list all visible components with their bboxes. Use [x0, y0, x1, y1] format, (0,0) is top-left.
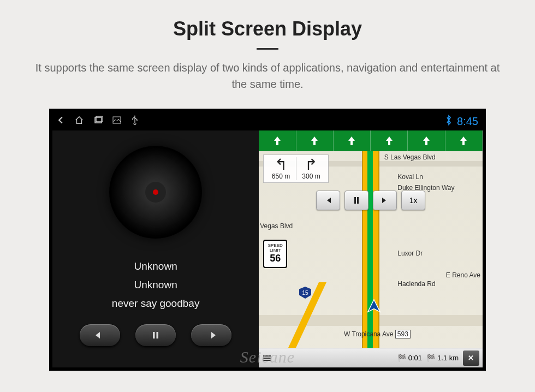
street-label: Koval Ln [397, 173, 423, 181]
street-label: E Reno Ave [446, 271, 480, 279]
nav-speed-button[interactable]: 1x [401, 191, 425, 210]
turn-panel: ↰ 650 m ↱ 300 m [263, 155, 329, 183]
nav-menu-button[interactable] [262, 353, 272, 363]
svg-rect-9 [263, 360, 271, 361]
track-info: Unknown Unknown never say goodbay [112, 257, 200, 313]
nav-prev-button[interactable] [316, 191, 340, 210]
street-label: S Las Vegas Blvd [384, 153, 436, 161]
flag-icon: 🏁 [426, 354, 435, 362]
svg-rect-4 [157, 332, 159, 338]
recent-apps-icon[interactable] [94, 116, 103, 127]
lane-arrow-icon [408, 130, 445, 151]
nav-bottom-bar: 🏁 0:01 🏁 1.1 km ✕ [259, 348, 483, 367]
music-artist: Unknown [112, 257, 200, 276]
nav-sim-controls: 1x [316, 191, 425, 210]
music-next-button[interactable] [191, 324, 231, 346]
turn-left-icon: ↰ [275, 157, 287, 173]
lane-guidance-bar [259, 130, 483, 151]
lane-arrow-icon [259, 130, 296, 151]
turn-right-icon: ↱ [305, 157, 317, 173]
lane-arrow-icon [296, 130, 334, 151]
turn1-distance: 650 m [272, 173, 290, 180]
bluetooth-icon [445, 115, 453, 128]
street-label: Vegas Blvd [260, 222, 293, 230]
nav-remaining-dist: 1.1 km [437, 354, 459, 362]
page-description: It supports the same screen display of t… [33, 60, 502, 92]
title-underline [257, 48, 278, 50]
page-title: Split Screen Display [0, 0, 535, 40]
turn2-distance: 300 m [302, 173, 320, 180]
home-icon[interactable] [74, 115, 84, 127]
picture-icon[interactable] [112, 116, 121, 127]
vehicle-marker-icon [366, 298, 382, 317]
svg-rect-8 [263, 358, 271, 359]
nav-close-button[interactable]: ✕ [463, 351, 479, 366]
interstate-shield: 15 [299, 287, 311, 299]
street-label: Luxor Dr [397, 250, 423, 257]
status-clock: 8:45 [457, 115, 478, 128]
svg-rect-7 [263, 355, 271, 357]
nav-next-button[interactable] [373, 191, 397, 210]
usb-icon[interactable] [131, 115, 139, 127]
lane-arrow-icon [334, 130, 371, 151]
back-icon[interactable] [57, 116, 64, 126]
flag-icon: 🏁 [397, 354, 406, 362]
street-label: W Tropicana Ave 593 [344, 330, 411, 338]
lane-arrow-icon [371, 130, 408, 151]
music-pane: Unknown Unknown never say goodbay [52, 130, 259, 367]
music-pause-button[interactable] [135, 324, 176, 346]
music-track: never say goodbay [112, 294, 200, 313]
status-bar: 8:45 [52, 112, 483, 130]
svg-rect-6 [357, 197, 359, 204]
svg-rect-5 [354, 197, 356, 204]
nav-pause-button[interactable] [344, 191, 368, 210]
nav-eta-time: 0:01 [408, 354, 422, 362]
lane-arrow-icon [445, 130, 483, 151]
music-album: Unknown [112, 276, 200, 294]
street-label: Hacienda Rd [397, 280, 435, 288]
album-disc [109, 146, 202, 239]
speed-limit-sign: SPEED LIMIT 56 [263, 240, 287, 268]
music-prev-button[interactable] [80, 324, 120, 346]
svg-rect-3 [153, 332, 155, 338]
device-screenshot: 8:45 Unknown Unknown never say goodbay [49, 109, 486, 371]
navigation-pane: S Las Vegas Blvd Koval Ln Duke Ellington… [259, 130, 483, 367]
